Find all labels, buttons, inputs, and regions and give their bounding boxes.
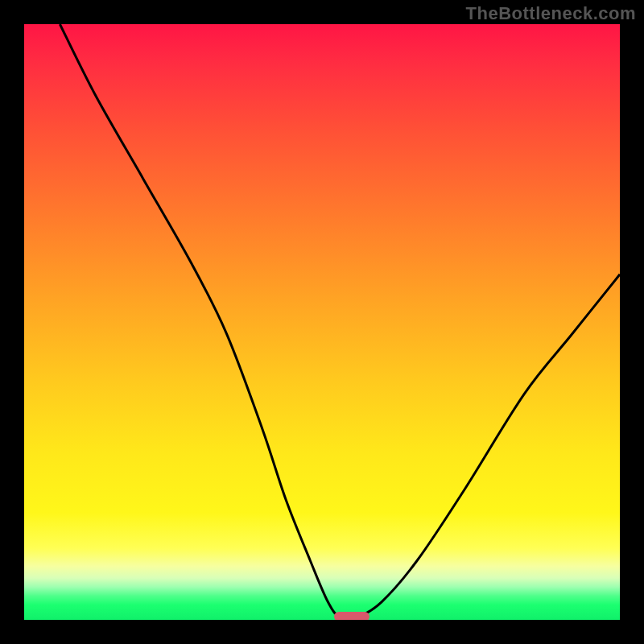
bottleneck-curve	[24, 24, 620, 620]
watermark-text: TheBottleneck.com	[466, 3, 636, 24]
optimum-marker	[334, 612, 369, 620]
curve-path	[60, 24, 620, 619]
chart-frame: TheBottleneck.com	[0, 0, 644, 644]
plot-area	[24, 24, 620, 620]
